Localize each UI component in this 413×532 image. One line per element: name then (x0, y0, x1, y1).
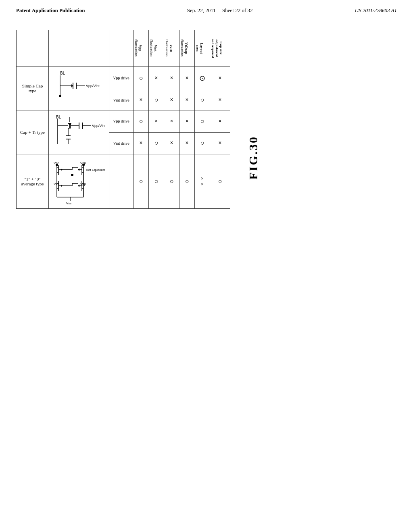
data-vtdcap-r2: × (179, 90, 195, 110)
data-capsize-r5: ○ (210, 154, 230, 209)
drive-average (109, 154, 133, 209)
svg-marker-57 (61, 185, 63, 187)
drive-vint1: Vint drive (109, 90, 133, 110)
data-capsize-r4: × (210, 132, 230, 154)
th-capsize: Cap sizeadjustmentnot required (210, 30, 230, 66)
header-center: Sep. 22, 2011 Sheet 22 of 32 (187, 7, 253, 14)
fig-label: FIG.30 (246, 136, 260, 180)
data-vint-r5: ○ (149, 154, 164, 209)
svg-point-8 (59, 95, 61, 97)
data-vpp-r1: ○ (133, 66, 149, 90)
type-average: "1" + "0"average type (17, 154, 49, 209)
type-cap-tr: Cap + Tr type (17, 110, 49, 154)
data-vpp-r3: ○ (133, 110, 149, 133)
data-vtdcap-r5: ○ (179, 154, 195, 209)
data-vcell-r1: × (164, 66, 179, 90)
data-vint-r1: × (149, 66, 164, 90)
header-left: Patent Application Publication (16, 7, 85, 14)
data-vpp-r2: × (133, 90, 149, 110)
data-vtdcap-r4: × (179, 132, 195, 154)
data-capsize-r3: × (210, 110, 230, 133)
svg-text:BL: BL (56, 115, 61, 119)
main-content: Vppfluctuation Vintfluctuation Vcellfluc… (0, 14, 413, 209)
th-circuit (49, 30, 109, 66)
data-vtdcap-r3: × (179, 110, 195, 133)
th-drive (109, 30, 133, 66)
table-row: Simple Cap type BL (17, 66, 230, 90)
svg-point-74 (56, 164, 58, 166)
data-vint-r3: × (149, 110, 164, 133)
data-capsize-r1: × (210, 66, 230, 90)
data-vint-r2: ○ (149, 90, 164, 110)
drive-vpp1: Vpp drive (109, 66, 133, 90)
header-sheet: Sheet 22 of 32 (222, 7, 252, 13)
svg-point-47 (71, 174, 73, 176)
svg-text:Ref Equalizer: Ref Equalizer (86, 168, 105, 172)
table-row: Cap + Tr type BL (17, 110, 230, 133)
data-layout-r4: ○ (195, 132, 210, 154)
data-vcell-r3: × (164, 110, 179, 133)
th-type (17, 30, 49, 66)
svg-text:BL: BL (60, 71, 65, 75)
data-layout-r2: ○ (195, 90, 210, 110)
type-simple-cap: Simple Cap type (17, 66, 49, 110)
data-vint-r4: ○ (149, 132, 164, 154)
th-vint: Vintfluctuation (149, 30, 164, 66)
svg-marker-42 (78, 168, 79, 171)
data-layout-r1: ⊙ (195, 66, 210, 90)
circuit-average: Vpp Vpp (49, 154, 109, 209)
header-date: Sep. 22, 2011 (187, 7, 216, 13)
data-vpp-r4: × (133, 132, 149, 154)
data-vtdcap-r1: × (179, 66, 195, 90)
svg-text:Vpp/Vint: Vpp/Vint (86, 84, 100, 88)
data-vcell-r4: × (164, 132, 179, 154)
circuit-simple-cap: BL Vpp/Vint (49, 66, 109, 110)
page-header: Patent Application Publication Sep. 22, … (0, 0, 413, 14)
svg-marker-34 (61, 168, 63, 171)
th-vcell: Vcellfluctuation (164, 30, 179, 66)
th-layout: Layoutarea (195, 30, 210, 66)
drive-vint2: Vint drive (109, 132, 133, 154)
svg-text:Vpp/Vint: Vpp/Vint (92, 124, 105, 128)
data-layout-r5: ×× (195, 154, 210, 209)
data-vcell-r5: ○ (164, 154, 179, 209)
data-capsize-r2: × (210, 90, 230, 110)
drive-vpp2: Vpp drive (109, 110, 133, 133)
data-vpp-r5: ○ (133, 154, 149, 209)
th-vtdcap: VtDcapfluctuation (179, 30, 195, 66)
svg-marker-65 (78, 185, 79, 187)
svg-point-75 (82, 164, 85, 166)
table-row: "1" + "0"average type Vpp (17, 154, 230, 209)
th-vpp: Vppfluctuation (133, 30, 149, 66)
data-vcell-r2: × (164, 90, 179, 110)
circuit-cap-tr: BL (49, 110, 109, 154)
comparison-table: Vppfluctuation Vintfluctuation Vcellfluc… (16, 30, 230, 209)
svg-marker-22 (68, 123, 71, 126)
svg-text:Vss: Vss (66, 202, 71, 205)
data-layout-r3: ○ (195, 110, 210, 133)
header-right: US 2011/228603 A1 (355, 7, 397, 14)
